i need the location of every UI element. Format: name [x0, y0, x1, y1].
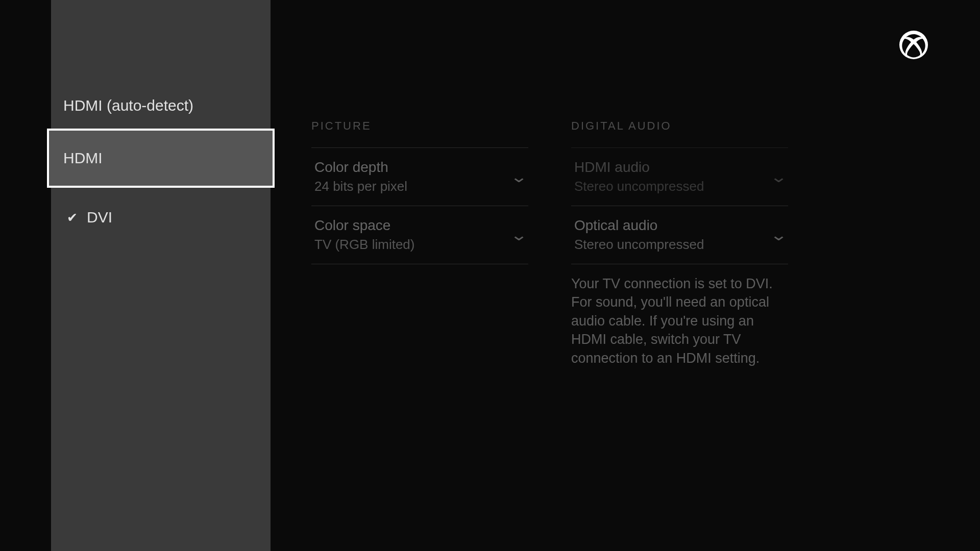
setting-color-depth[interactable]: Color depth 24 bits per pixel ⌄ [311, 147, 528, 206]
chevron-down-icon: ⌄ [770, 226, 788, 244]
setting-label: Optical audio [574, 217, 704, 234]
xbox-logo-icon [899, 31, 928, 59]
sidebar-item-label: DVI [87, 209, 112, 226]
sidebar-item-dvi[interactable]: ✔ DVI [51, 188, 271, 247]
setting-value: 24 bits per pixel [314, 179, 407, 194]
setting-value: TV (RGB limited) [314, 237, 414, 253]
setting-value: Stereo uncompressed [574, 179, 704, 194]
setting-hdmi-audio: HDMI audio Stereo uncompressed ⌄ [571, 147, 788, 206]
chevron-down-icon: ⌄ [770, 168, 788, 186]
sidebar-item-label: HDMI (auto-detect) [63, 97, 193, 114]
picture-section: PICTURE Color depth 24 bits per pixel ⌄ … [311, 119, 528, 264]
sidebar-item-label: HDMI [63, 149, 103, 167]
setting-label: HDMI audio [574, 159, 704, 176]
setting-label: Color depth [314, 159, 407, 176]
display-audio-settings: PICTURE Color depth 24 bits per pixel ⌄ … [271, 0, 980, 551]
check-icon: ✔ [63, 210, 81, 225]
section-title-picture: PICTURE [311, 119, 528, 133]
setting-label: Color space [314, 217, 414, 234]
audio-info-text: Your TV connection is set to DVI. For so… [571, 274, 788, 367]
setting-optical-audio[interactable]: Optical audio Stereo uncompressed ⌄ [571, 206, 788, 264]
digital-audio-section: DIGITAL AUDIO HDMI audio Stereo uncompre… [571, 119, 788, 264]
chevron-down-icon: ⌄ [510, 226, 528, 244]
tv-connection-list: HDMI (auto-detect) HDMI ✔ DVI [51, 0, 271, 551]
section-title-audio: DIGITAL AUDIO [571, 119, 788, 133]
sidebar-item-hdmi[interactable]: HDMI [47, 129, 275, 188]
chevron-down-icon: ⌄ [510, 168, 528, 186]
setting-value: Stereo uncompressed [574, 237, 704, 253]
sidebar-item-hdmi-auto[interactable]: HDMI (auto-detect) [51, 83, 271, 129]
setting-color-space[interactable]: Color space TV (RGB limited) ⌄ [311, 206, 528, 264]
